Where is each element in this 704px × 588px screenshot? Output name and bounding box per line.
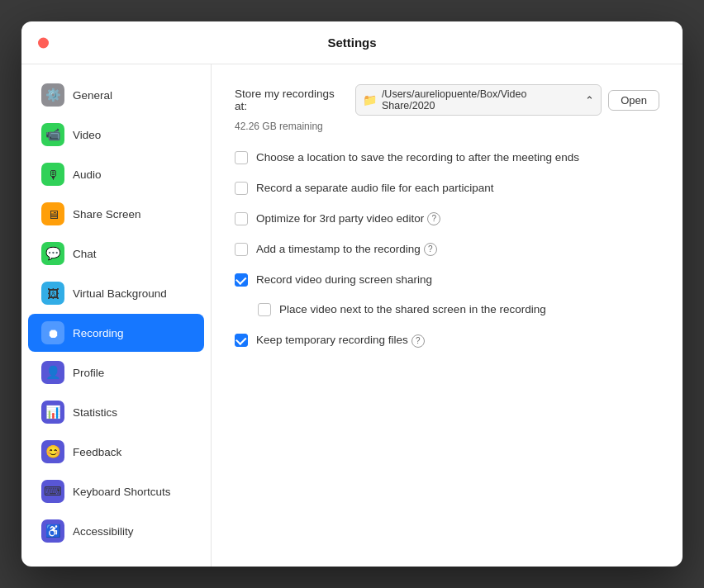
folder-icon: 📁 (363, 93, 377, 107)
option-row-choose-location: Choose a location to save the recording … (235, 150, 659, 166)
checkbox-record-video-screen[interactable] (235, 273, 248, 287)
titlebar: Settings (21, 21, 683, 64)
options-list: Choose a location to save the recording … (235, 150, 659, 349)
open-button[interactable]: Open (608, 90, 659, 111)
general-icon: ⚙️ (41, 83, 64, 107)
option-row-optimize-3rd: Optimize for 3rd party video editor? (235, 211, 659, 227)
sidebar-item-feedback[interactable]: 😊Feedback (28, 433, 204, 471)
sidebar-label-general: General (73, 89, 112, 102)
storage-info: 42.26 GB remaining (235, 121, 659, 132)
chat-icon: 💬 (41, 242, 64, 265)
feedback-icon: 😊 (41, 440, 64, 463)
option-label-optimize-3rd: Optimize for 3rd party video editor? (256, 211, 440, 227)
option-row-record-video-screen: Record video during screen sharing (235, 273, 659, 288)
sidebar-label-accessibility: Accessibility (73, 525, 134, 538)
sidebar: ⚙️General📹Video🎙Audio🖥Share Screen💬Chat🖼… (21, 64, 212, 567)
window-title: Settings (327, 36, 376, 50)
sidebar-item-recording[interactable]: ⏺Recording (28, 314, 204, 352)
keyboard-shortcuts-icon: ⌨ (41, 480, 64, 503)
help-icon-optimize-3rd[interactable]: ? (427, 212, 440, 225)
option-label-separate-audio: Record a separate audio file for each pa… (256, 181, 493, 197)
virtual-background-icon: 🖼 (41, 282, 64, 305)
chevron-down-icon: ⌃ (585, 94, 594, 107)
main-panel: Store my recordings at: 📁 /Users/aurelio… (212, 64, 683, 567)
settings-window: Settings ⚙️General📹Video🎙Audio🖥Share Scr… (21, 21, 683, 567)
checkbox-separate-audio[interactable] (235, 182, 248, 195)
sidebar-item-profile[interactable]: 👤Profile (28, 353, 204, 391)
option-label-keep-temp: Keep temporary recording files? (256, 333, 425, 349)
sidebar-label-virtual-background: Virtual Background (73, 287, 167, 300)
sidebar-label-profile: Profile (73, 367, 104, 379)
content-area: ⚙️General📹Video🎙Audio🖥Share Screen💬Chat🖼… (21, 64, 683, 567)
sidebar-item-video[interactable]: 📹Video (28, 116, 204, 154)
option-row-place-video-next: Place video next to the shared screen in… (258, 302, 659, 318)
sidebar-item-share-screen[interactable]: 🖥Share Screen (28, 195, 204, 233)
option-row-keep-temp: Keep temporary recording files? (235, 333, 659, 349)
close-button[interactable] (38, 37, 49, 48)
share-screen-icon: 🖥 (41, 202, 64, 225)
sidebar-label-chat: Chat (73, 248, 97, 260)
audio-icon: 🎙 (41, 163, 64, 186)
sidebar-label-feedback: Feedback (73, 446, 121, 458)
checkbox-choose-location[interactable] (235, 151, 248, 164)
sidebar-label-video: Video (73, 129, 101, 141)
profile-icon: 👤 (41, 361, 64, 384)
checkbox-place-video-next[interactable] (258, 303, 271, 316)
help-icon-keep-temp[interactable]: ? (411, 334, 425, 348)
store-row: Store my recordings at: 📁 /Users/aurelio… (235, 84, 659, 116)
accessibility-icon: ♿ (41, 519, 64, 543)
path-selector[interactable]: 📁 /Users/aureliopuente/Box/Video Share/2… (355, 84, 602, 116)
sidebar-item-virtual-background[interactable]: 🖼Virtual Background (28, 274, 204, 312)
sidebar-item-accessibility[interactable]: ♿Accessibility (28, 512, 204, 550)
checkbox-add-timestamp[interactable] (235, 243, 248, 256)
checkbox-keep-temp[interactable] (235, 334, 248, 347)
sidebar-label-recording: Recording (73, 327, 124, 339)
sidebar-label-keyboard-shortcuts: Keyboard Shortcuts (73, 486, 171, 498)
option-label-place-video-next: Place video next to the shared screen in… (279, 302, 546, 318)
sidebar-item-statistics[interactable]: 📊Statistics (28, 393, 204, 431)
sidebar-label-statistics: Statistics (73, 406, 117, 419)
video-icon: 📹 (41, 123, 64, 146)
sidebar-label-share-screen: Share Screen (73, 208, 141, 220)
statistics-icon: 📊 (41, 401, 64, 424)
option-label-record-video-screen: Record video during screen sharing (256, 273, 432, 288)
option-row-add-timestamp: Add a timestamp to the recording? (235, 242, 659, 258)
option-label-choose-location: Choose a location to save the recording … (256, 150, 579, 166)
path-text: /Users/aureliopuente/Box/Video Share/202… (382, 88, 580, 111)
help-icon-add-timestamp[interactable]: ? (424, 243, 437, 256)
sidebar-item-audio[interactable]: 🎙Audio (28, 155, 204, 193)
option-label-add-timestamp: Add a timestamp to the recording? (256, 242, 437, 258)
sidebar-label-audio: Audio (73, 168, 102, 181)
checkbox-optimize-3rd[interactable] (235, 212, 248, 225)
sidebar-item-chat[interactable]: 💬Chat (28, 235, 204, 273)
option-row-separate-audio: Record a separate audio file for each pa… (235, 181, 659, 197)
store-label: Store my recordings at: (235, 88, 349, 112)
recording-icon: ⏺ (41, 321, 64, 344)
sidebar-item-keyboard-shortcuts[interactable]: ⌨Keyboard Shortcuts (28, 472, 204, 510)
sidebar-item-general[interactable]: ⚙️General (28, 76, 204, 114)
